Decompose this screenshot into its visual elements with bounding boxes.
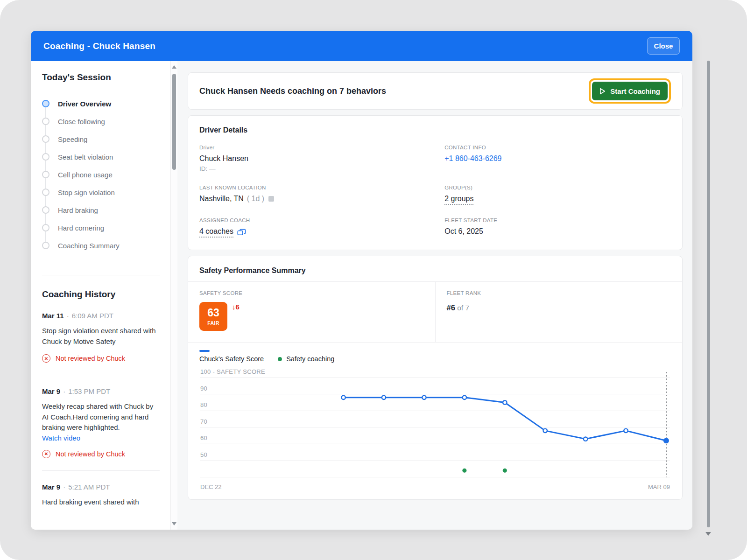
- safety-score-badge: 63 FAIR: [199, 302, 227, 331]
- safety-summary-title: Safety Performance Summary: [199, 266, 671, 275]
- session-steps: Driver OverviewClose followingSpeedingSe…: [42, 95, 170, 254]
- step-label: Coaching Summary: [58, 242, 120, 250]
- page-scroll-down-icon[interactable]: [705, 532, 711, 536]
- coaches-link[interactable]: 4 coaches: [199, 227, 233, 238]
- y-tick-label: 100 - SAFETY SCORE: [200, 368, 265, 375]
- session-step-driver-overview[interactable]: Driver Overview: [42, 95, 170, 112]
- session-step-stop-sign-violation[interactable]: Stop sign violation: [42, 183, 170, 201]
- phone-link[interactable]: +1 860-463-6269: [444, 154, 501, 162]
- score-point: [422, 396, 426, 399]
- not-reviewed-icon: ✕: [42, 354, 50, 363]
- score-point: [624, 429, 627, 433]
- scroll-up-icon[interactable]: [172, 65, 176, 69]
- contact-field: CONTACT INFO +1 860-463-6269: [444, 145, 671, 172]
- session-sidebar: Today's Session Driver OverviewClose fol…: [31, 61, 177, 530]
- start-coaching-button[interactable]: Start Coaching: [592, 82, 668, 100]
- not-reviewed-text: Not reviewed by Chuck: [56, 355, 125, 362]
- score-point: [584, 437, 587, 441]
- coaching-dot-icon: [278, 357, 282, 361]
- session-step-hard-cornering[interactable]: Hard cornering: [42, 219, 170, 237]
- watch-video-link[interactable]: Watch video: [42, 434, 80, 442]
- safety-score-label: SAFETY SCORE: [199, 290, 424, 296]
- coaching-history-title: Coaching History: [42, 289, 170, 300]
- fleet-start-label: FLEET START DATE: [444, 217, 671, 223]
- driver-id: ID: —: [199, 165, 444, 172]
- history-entry: Mar 9·1:53 PM PDTWeekly recap shared wit…: [42, 387, 160, 458]
- sidebar-divider: [42, 275, 160, 275]
- session-title: Today's Session: [42, 72, 170, 83]
- scroll-down-icon[interactable]: [172, 522, 176, 525]
- fleet-rank-of: of 7: [455, 304, 469, 312]
- step-circle-icon: [42, 206, 49, 214]
- modal-title: Coaching - Chuck Hansen: [43, 41, 155, 51]
- step-circle-icon: [42, 224, 49, 231]
- history-text: Weekly recap shared with Chuck by AI Coa…: [42, 401, 160, 433]
- legend-safety-score: Chuck's Safety Score: [199, 355, 264, 363]
- step-circle-icon: [42, 100, 49, 107]
- fleet-start-date: Oct 6, 2025: [444, 227, 671, 236]
- safety-score-chart: 100 - SAFETY SCORE9080706050DEC 22MAR 09: [188, 363, 682, 492]
- y-tick-label: 80: [200, 401, 207, 408]
- not-reviewed-text: Not reviewed by Chuck: [56, 450, 125, 458]
- session-step-seat-belt-violation[interactable]: Seat belt violation: [42, 148, 170, 166]
- close-button[interactable]: Close: [647, 37, 680, 55]
- history-text: Stop sign violation event shared with Ch…: [42, 326, 160, 347]
- step-label: Driver Overview: [58, 100, 111, 108]
- fleet-rank-value: #6: [447, 303, 455, 312]
- step-label: Cell phone usage: [58, 171, 113, 179]
- assigned-coach-label: ASSIGNED COACH: [199, 217, 444, 223]
- chat-duplicate-icon[interactable]: [237, 229, 246, 237]
- safety-coaching-event-dot: [503, 469, 507, 473]
- y-tick-label: 90: [200, 385, 207, 392]
- session-step-cell-phone-usage[interactable]: Cell phone usage: [42, 166, 170, 183]
- safety-score-section: SAFETY SCORE 63 FAIR ↓6: [188, 282, 435, 342]
- history-entry: Mar 9·5:21 AM PDTHard braking event shar…: [42, 483, 160, 508]
- play-icon: [599, 88, 606, 95]
- safety-score-rating: FAIR: [207, 320, 219, 326]
- step-label: Stop sign violation: [58, 189, 115, 196]
- history-date-time: Mar 9·5:21 AM PDT: [42, 483, 160, 491]
- sidebar-scrollbar-thumb[interactable]: [172, 74, 176, 170]
- history-date-time: Mar 11·6:09 AM PDT: [42, 312, 160, 320]
- score-point: [543, 429, 547, 433]
- step-label: Hard braking: [58, 206, 98, 214]
- start-coaching-highlight-ring: Start Coaching: [589, 78, 671, 104]
- page-background: Coaching - Chuck Hansen Close Today's Se…: [0, 0, 747, 560]
- y-tick-label: 50: [200, 451, 207, 458]
- sidebar-scrollbar[interactable]: [170, 61, 177, 530]
- map-placeholder-icon: [268, 196, 274, 202]
- page-scrollbar-thumb[interactable]: [707, 61, 710, 527]
- score-point: [341, 396, 345, 399]
- session-step-coaching-summary[interactable]: Coaching Summary: [42, 237, 170, 254]
- session-step-hard-braking[interactable]: Hard braking: [42, 201, 170, 219]
- location-field: LAST KNOWN LOCATION Nashville, TN ( 1d ): [199, 185, 444, 205]
- location-label: LAST KNOWN LOCATION: [199, 185, 444, 190]
- step-label: Hard cornering: [58, 224, 104, 232]
- session-step-speeding[interactable]: Speeding: [42, 130, 170, 148]
- start-coaching-label: Start Coaching: [610, 87, 660, 95]
- groups-link[interactable]: 2 groups: [444, 195, 473, 205]
- x-end-label: MAR 09: [648, 483, 670, 490]
- session-step-close-following[interactable]: Close following: [42, 112, 170, 130]
- step-label: Speeding: [58, 135, 87, 143]
- step-label: Close following: [58, 118, 105, 126]
- coaching-modal: Coaching - Chuck Hansen Close Today's Se…: [31, 31, 692, 530]
- coaching-banner: Chuck Hansen Needs coaching on 7 behavio…: [188, 72, 683, 110]
- assigned-coach-field: ASSIGNED COACH 4 coaches: [199, 217, 444, 238]
- driver-name: Chuck Hansen: [199, 154, 444, 163]
- fleet-rank-label: FLEET RANK: [447, 290, 671, 296]
- history-status: ✕Not reviewed by Chuck: [42, 354, 160, 363]
- history-divider: [42, 375, 160, 375]
- step-circle-icon: [42, 135, 49, 143]
- groups-label: GROUP(S): [444, 185, 671, 190]
- banner-title: Chuck Hansen Needs coaching on 7 behavio…: [199, 86, 386, 96]
- history-entry: Mar 11·6:09 AM PDTStop sign violation ev…: [42, 312, 160, 363]
- contact-label: CONTACT INFO: [444, 145, 671, 150]
- safety-score-value: 63: [207, 308, 219, 318]
- location-value: Nashville, TN: [199, 195, 244, 203]
- driver-details-card: Driver Details Driver Chuck Hansen ID: —…: [188, 115, 683, 250]
- history-text: Hard braking event shared with: [42, 497, 160, 508]
- step-circle-icon: [42, 118, 49, 125]
- groups-field: GROUP(S) 2 groups: [444, 185, 671, 205]
- score-point: [382, 396, 386, 399]
